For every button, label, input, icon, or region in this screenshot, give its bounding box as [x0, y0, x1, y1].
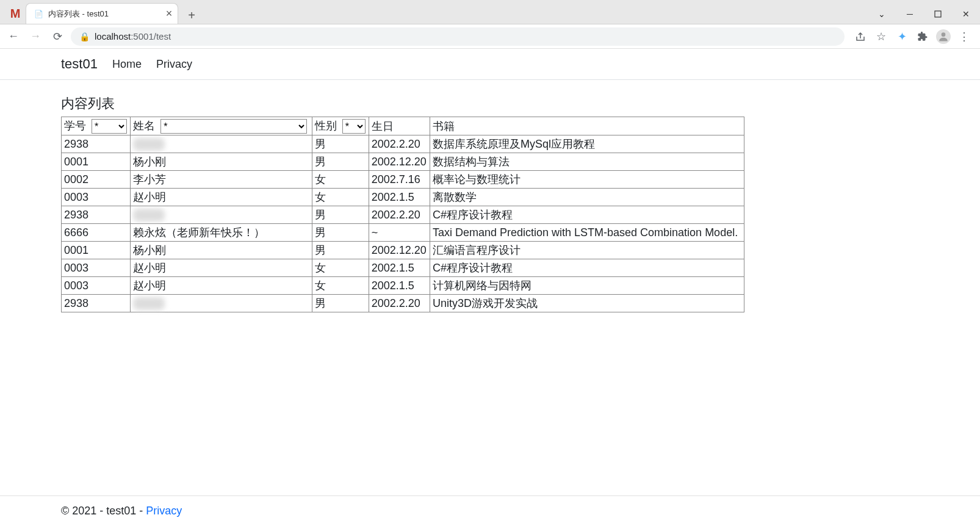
profile-avatar-icon[interactable] [936, 29, 951, 44]
filter-gender-select[interactable]: * [342, 119, 366, 134]
brand-title[interactable]: test01 [61, 56, 98, 72]
browser-tabbar: M 📄 内容列表 - test01 × + ⌄ ─ ✕ [0, 0, 980, 24]
new-tab-button[interactable]: + [183, 7, 200, 24]
site-navbar: test01 Home Privacy [0, 49, 980, 80]
col-book-header: 书籍 [430, 117, 744, 135]
cell-gender: 女 [312, 259, 369, 277]
cell-id: 2938 [62, 206, 131, 224]
tab-favicon-icon: 📄 [34, 9, 43, 19]
cell-book: 概率论与数理统计 [430, 171, 744, 189]
col-birthday-header: 生日 [369, 117, 430, 135]
cell-gender: 女 [312, 277, 369, 295]
table-row: 2938xxxx男2002.2.20数据库系统原理及MySql应用教程 [62, 135, 744, 153]
cell-name: xxxx [131, 135, 312, 153]
table-row: 2938xxxx男2002.2.20C#程序设计教程 [62, 206, 744, 224]
cell-name: 赵小明 [131, 259, 312, 277]
cell-id: 0003 [62, 259, 131, 277]
filter-name-select[interactable]: * [160, 119, 307, 134]
cell-id: 2938 [62, 295, 131, 312]
cell-birthday: 2002.1.5 [369, 189, 430, 206]
cell-name: 赵小明 [131, 277, 312, 295]
table-row: 0002李小芳女2002.7.16概率论与数理统计 [62, 171, 744, 189]
cell-gender: 男 [312, 295, 369, 312]
cell-book: C#程序设计教程 [430, 206, 744, 224]
cell-gender: 男 [312, 153, 369, 171]
browser-addressbar: ← → ⟳ 🔒 localhost:5001/test ☆ ✦ ⋮ [0, 24, 980, 49]
cell-gender: 男 [312, 135, 369, 153]
content-table: 学号 * 姓名 * 性别 * [61, 117, 744, 312]
cell-birthday: 2002.12.20 [369, 242, 430, 259]
back-button[interactable]: ← [5, 28, 22, 45]
svg-rect-0 [935, 11, 941, 17]
cell-gender: 男 [312, 242, 369, 259]
page-heading: 内容列表 [61, 95, 919, 113]
close-window-button[interactable]: ✕ [952, 4, 980, 24]
cell-name: 杨小刚 [131, 153, 312, 171]
cell-name: 李小芳 [131, 171, 312, 189]
cell-birthday: 2002.2.20 [369, 135, 430, 153]
maximize-button[interactable] [924, 4, 952, 24]
cell-id: 2938 [62, 135, 131, 153]
lock-icon: 🔒 [79, 32, 90, 41]
cell-birthday: 2002.7.16 [369, 171, 430, 189]
cell-id: 0003 [62, 189, 131, 206]
table-row: 0003赵小明女2002.1.5计算机网络与因特网 [62, 277, 744, 295]
table-row: 0001杨小刚男2002.12.20汇编语言程序设计 [62, 242, 744, 259]
col-gender-header: 性别 * [312, 117, 369, 135]
share-icon[interactable] [853, 29, 868, 44]
cell-name: xxxx [131, 295, 312, 312]
cell-gender: 男 [312, 206, 369, 224]
table-row: 6666赖永炫（老师新年快乐！）男~Taxi Demand Prediction… [62, 224, 744, 242]
cell-book: 数据结构与算法 [430, 153, 744, 171]
nav-link-privacy[interactable]: Privacy [156, 58, 192, 71]
cell-id: 0001 [62, 242, 131, 259]
extensions-puzzle-icon[interactable] [915, 29, 930, 44]
col-name-header: 姓名 * [131, 117, 312, 135]
reload-button[interactable]: ⟳ [49, 28, 66, 45]
url-input[interactable]: 🔒 localhost:5001/test [71, 27, 845, 46]
cell-book: 数据库系统原理及MySql应用教程 [430, 135, 744, 153]
cell-gender: 女 [312, 171, 369, 189]
kebab-menu-icon[interactable]: ⋮ [957, 29, 971, 44]
cell-id: 0002 [62, 171, 131, 189]
cell-book: 离散数学 [430, 189, 744, 206]
table-row: 0001杨小刚男2002.12.20数据结构与算法 [62, 153, 744, 171]
table-row: 2938xxxx男2002.2.20Unity3D游戏开发实战 [62, 295, 744, 312]
svg-point-1 [942, 32, 946, 37]
col-id-header: 学号 * [62, 117, 131, 135]
maximize-icon [934, 10, 942, 18]
cell-id: 6666 [62, 224, 131, 242]
cell-gender: 女 [312, 189, 369, 206]
chevron-down-icon[interactable]: ⌄ [868, 4, 896, 24]
cell-name: 赖永炫（老师新年快乐！） [131, 224, 312, 242]
table-row: 0003赵小明女2002.1.5C#程序设计教程 [62, 259, 744, 277]
minimize-button[interactable]: ─ [896, 4, 924, 24]
cell-id: 0001 [62, 153, 131, 171]
cell-birthday: 2002.2.20 [369, 206, 430, 224]
nav-link-home[interactable]: Home [112, 58, 142, 71]
cell-name: 赵小明 [131, 189, 312, 206]
url-text: localhost:5001/test [95, 31, 836, 41]
bookmark-star-icon[interactable]: ☆ [874, 29, 888, 44]
cell-birthday: 2002.2.20 [369, 295, 430, 312]
tab-close-button[interactable]: × [163, 8, 175, 20]
cell-id: 0003 [62, 277, 131, 295]
cell-birthday: 2002.1.5 [369, 259, 430, 277]
browser-tab[interactable]: 📄 内容列表 - test01 × [26, 3, 178, 24]
cell-name: 杨小刚 [131, 242, 312, 259]
cell-book: 汇编语言程序设计 [430, 242, 744, 259]
cell-book: C#程序设计教程 [430, 259, 744, 277]
forward-button[interactable]: → [27, 28, 44, 45]
cell-book: Unity3D游戏开发实战 [430, 295, 744, 312]
tab-title: 内容列表 - test01 [48, 9, 158, 20]
cell-birthday: 2002.1.5 [369, 277, 430, 295]
cell-book: Taxi Demand Prediction with LSTM-based C… [430, 224, 744, 242]
cell-birthday: 2002.12.20 [369, 153, 430, 171]
cell-book: 计算机网络与因特网 [430, 277, 744, 295]
cell-gender: 男 [312, 224, 369, 242]
cell-name: xxxx [131, 206, 312, 224]
table-row: 0003赵小明女2002.1.5离散数学 [62, 189, 744, 206]
bird-extension-icon[interactable]: ✦ [895, 29, 909, 44]
app-m-icon: M [5, 3, 26, 24]
filter-id-select[interactable]: * [92, 119, 127, 134]
